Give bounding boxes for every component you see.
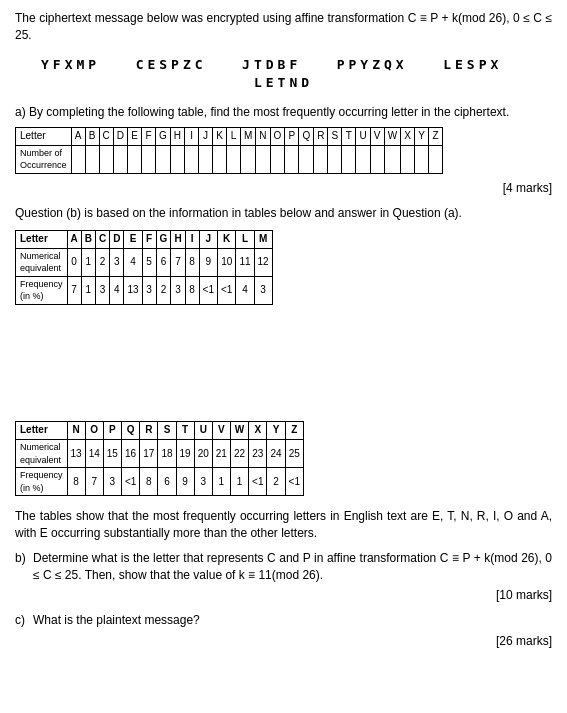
intro-text: The ciphertext message below was encrypt… xyxy=(15,10,552,44)
ciphertext-word-5: LESPX xyxy=(443,57,502,72)
question-b-intro: Question (b) is based on the information… xyxy=(15,205,552,222)
ciphertext-word-2: CESPZC xyxy=(136,57,207,72)
ciphertext-display: YFXMP CESPZC JTDBF PPYZQX LESPX LETND xyxy=(15,56,552,92)
question-b-label: b) xyxy=(15,550,33,567)
freq-table-1-wrap: Letter A B C D E F G H I J K L M Numeric… xyxy=(15,230,552,309)
question-c-marks: [26 marks] xyxy=(15,633,552,650)
freq-table-1: Letter A B C D E F G H I J K L M Numeric… xyxy=(15,230,273,305)
freq-table-2-wrap: Letter N O P Q R S T U V W X Y Z Numeric… xyxy=(15,421,552,500)
ciphertext-word-3: JTDBF xyxy=(242,57,301,72)
freq-table-2: Letter N O P Q R S T U V W X Y Z Numeric… xyxy=(15,421,304,496)
ciphertext-word-1: YFXMP xyxy=(41,57,100,72)
ciphertext-word-6: LETND xyxy=(254,75,313,90)
question-a-marks: [4 marks] xyxy=(15,180,552,197)
question-a-label: a) By completing the following table, fi… xyxy=(15,104,552,121)
question-c-container: c) What is the plaintext message? xyxy=(15,612,552,629)
occurrence-table-wrap: Letter ABCDEFGHIJKLMNOPQRSTUVWXYZ Number… xyxy=(15,127,552,174)
tables-note: The tables show that the most frequently… xyxy=(15,508,552,542)
question-c-label: c) xyxy=(15,612,33,629)
question-c-text: What is the plaintext message? xyxy=(33,612,552,629)
occurrence-table: Letter ABCDEFGHIJKLMNOPQRSTUVWXYZ Number… xyxy=(15,127,443,174)
question-b-text: Determine what is the letter that repres… xyxy=(33,550,552,584)
question-b-container: b) Determine what is the letter that rep… xyxy=(15,550,552,584)
ciphertext-word-4: PPYZQX xyxy=(337,57,408,72)
question-b-marks: [10 marks] xyxy=(15,587,552,604)
